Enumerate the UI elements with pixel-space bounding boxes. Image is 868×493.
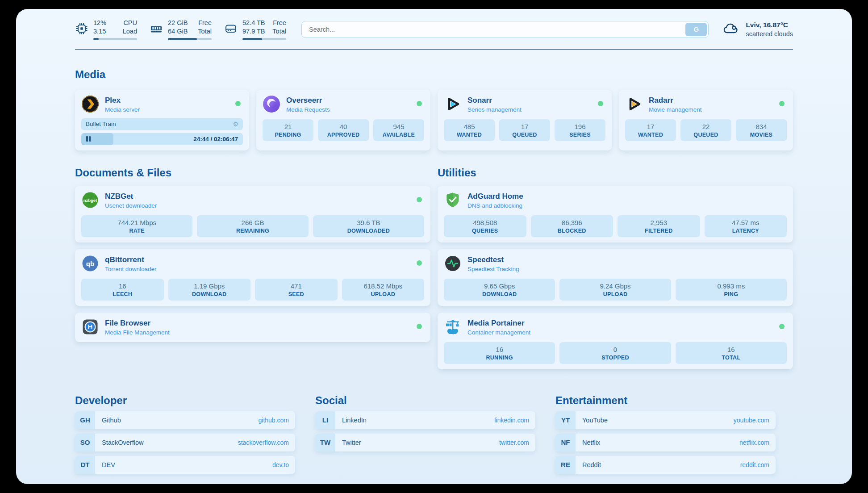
sonarr-icon: [444, 95, 462, 113]
stat-tile: 21PENDING: [263, 119, 313, 141]
stat-tile: 945AVAILABLE: [373, 119, 424, 141]
disk-free-label: Free: [273, 19, 286, 27]
service-subtitle: Torrent downloader: [105, 266, 157, 272]
stat-tile: 498,508QUERIES: [444, 215, 526, 237]
bookmark-url: netflix.com: [739, 439, 769, 446]
service-subtitle: Media File Management: [105, 329, 170, 336]
bookmark-twitter[interactable]: TW Twitter twitter.com: [315, 434, 535, 451]
adguard-icon: [444, 191, 462, 209]
weather-location-temp: Lviv, 16.87°C: [746, 21, 793, 30]
service-subtitle: Movie management: [649, 106, 702, 113]
stat-tile: 47.57 msLATENCY: [705, 215, 787, 237]
cpu-percent: 12%: [93, 19, 106, 27]
stat-tile: 1.19 GbpsDOWNLOAD: [168, 279, 251, 301]
cpu-icon: [75, 22, 88, 37]
stat-tile: 86,396BLOCKED: [531, 215, 613, 237]
cloud-icon: [722, 20, 740, 39]
bookmark-name: StackOverflow: [102, 439, 143, 446]
service-title: Media Portainer: [467, 319, 530, 328]
service-card-adguard[interactable]: AdGuard Home DNS and adblocking 498,508Q…: [438, 186, 793, 242]
bookmark-github[interactable]: GH Github github.com: [75, 411, 295, 429]
service-card-sonarr[interactable]: Sonarr Series management 485WANTED 17QUE…: [438, 90, 612, 150]
service-title: Overseerr: [286, 96, 330, 105]
stat-tile: 22QUEUED: [680, 119, 731, 141]
weather-widget[interactable]: Lviv, 16.87°C scattered clouds: [722, 20, 793, 39]
cpu-progress-bar: [93, 38, 137, 40]
bookmark-name: Github: [102, 417, 121, 424]
service-title: Radarr: [649, 96, 702, 105]
service-card-qbittorrent[interactable]: qb qBittorrent Torrent downloader 16LEEC…: [75, 249, 430, 306]
section-title-developer: Developer: [75, 394, 295, 407]
cpu-label: CPU: [123, 19, 137, 27]
stat-tile: 17WANTED: [625, 119, 676, 141]
topbar-divider: [75, 49, 793, 50]
service-card-speedtest[interactable]: Speedtest Speedtest Tracking 9.65 GbpsDO…: [438, 249, 793, 306]
stat-tile: 40APPROVED: [318, 119, 369, 141]
service-card-filebrowser[interactable]: File Browser Media File Management: [75, 313, 430, 342]
disk-monitor: 52.4 TB Free 97.9 TB Total: [224, 19, 286, 40]
service-title: Sonarr: [467, 96, 522, 105]
plex-icon: [81, 95, 99, 113]
bookmark-netflix[interactable]: NF Netflix netflix.com: [555, 434, 776, 451]
disk-icon: [224, 22, 238, 37]
bookmark-dev[interactable]: DT DEV dev.to: [75, 456, 295, 474]
search-provider-button[interactable]: G: [685, 23, 707, 36]
bookmark-stackoverflow[interactable]: SO StackOverflow stackoverflow.com: [75, 434, 295, 451]
stat-tile: 471SEED: [255, 279, 338, 301]
speedtest-icon: [444, 255, 462, 272]
service-card-overseerr[interactable]: Overseerr Media Requests 21PENDING 40APP…: [256, 90, 430, 150]
bookmark-name: LinkedIn: [342, 417, 367, 424]
stat-tile: 618.52 MbpsUPLOAD: [342, 279, 425, 301]
memory-total-value: 64 GiB: [168, 27, 188, 36]
stat-tile: 0.993 msPING: [676, 279, 787, 301]
stat-tile: 744.21 MbpsRATE: [81, 215, 192, 237]
stat-tile: 485WANTED: [444, 119, 495, 141]
stat-tile: 17QUEUED: [499, 119, 550, 141]
section-title-media: Media: [75, 68, 793, 81]
bookmark-abbr: LI: [315, 411, 335, 429]
service-subtitle: Series management: [467, 106, 522, 113]
portainer-icon: [444, 318, 462, 336]
status-dot: [417, 197, 422, 202]
bookmark-url: youtube.com: [734, 417, 769, 424]
section-title-social: Social: [315, 394, 535, 407]
status-dot: [417, 260, 422, 266]
dashboard-page: 12% CPU 3.15 Load: [16, 9, 852, 484]
now-playing-row: Bullet Train ⚙: [81, 118, 243, 130]
service-card-nzbget[interactable]: nzbget NZBGet Usenet downloader 744.21 M…: [75, 186, 430, 242]
bookmark-name: Netflix: [582, 439, 600, 446]
service-subtitle: Media Requests: [286, 106, 330, 113]
stat-tile: 196SERIES: [555, 119, 605, 141]
search-input[interactable]: [301, 21, 709, 38]
status-dot: [235, 101, 241, 106]
status-dot: [779, 324, 785, 329]
status-dot: [598, 101, 603, 106]
section-title-documents: Documents & Files: [75, 167, 430, 179]
svg-text:qb: qb: [86, 259, 94, 267]
bookmark-linkedin[interactable]: LI LinkedIn linkedin.com: [315, 411, 535, 429]
status-dot: [417, 324, 422, 329]
cpu-load-value: 3.15: [93, 27, 106, 36]
cpu-monitor: 12% CPU 3.15 Load: [75, 19, 137, 40]
stat-tile: 2,953FILTERED: [618, 215, 700, 237]
qbittorrent-icon: qb: [81, 255, 99, 272]
stat-tile: 16LEECH: [81, 279, 164, 301]
system-monitors: 12% CPU 3.15 Load: [75, 19, 286, 40]
service-card-plex[interactable]: Plex Media server Bullet Train ⚙ 24:44 /…: [75, 90, 249, 150]
now-playing-progress: 24:44 / 02:06:47: [81, 133, 243, 145]
svg-text:nzbget: nzbget: [83, 197, 97, 202]
bookmark-youtube[interactable]: YT YouTube youtube.com: [555, 411, 776, 429]
service-card-radarr[interactable]: Radarr Movie management 17WANTED 22QUEUE…: [619, 90, 793, 150]
radarr-icon: [625, 95, 643, 113]
service-card-portainer[interactable]: Media Portainer Container management 16R…: [438, 313, 793, 369]
service-subtitle: Usenet downloader: [105, 202, 157, 209]
bookmark-reddit[interactable]: RE Reddit reddit.com: [555, 456, 776, 474]
nzbget-icon: nzbget: [81, 191, 99, 209]
bookmark-abbr: NF: [555, 434, 576, 451]
cpu-load-label: Load: [123, 27, 137, 36]
stat-tile: 9.24 GbpsUPLOAD: [559, 279, 671, 301]
filebrowser-icon: [81, 318, 99, 336]
memory-monitor: 22 GiB Free 64 GiB Total: [150, 19, 212, 40]
memory-total-label: Total: [198, 27, 212, 36]
weather-condition: scattered clouds: [746, 30, 793, 39]
